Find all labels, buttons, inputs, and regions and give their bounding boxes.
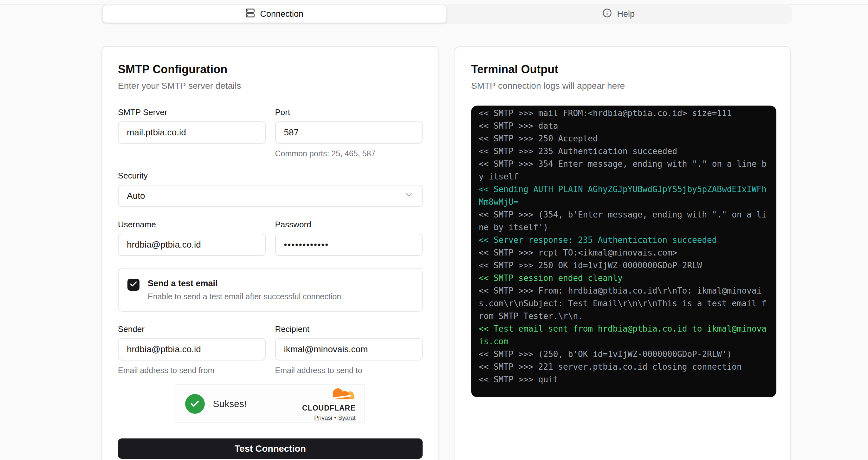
username-input[interactable]: [118, 234, 266, 256]
terminal-log-line: << SMTP >>> rcpt TO:<ikmal@minovais.com>: [479, 246, 767, 259]
terminal-log-line: << SMTP >>> quit: [479, 373, 767, 386]
port-label: Port: [275, 108, 423, 117]
info-icon: [602, 8, 612, 20]
terminal-card-subtitle: SMTP connection logs will appear here: [471, 80, 774, 92]
sender-input[interactable]: [118, 338, 266, 361]
password-input[interactable]: [275, 234, 423, 256]
terminal-log-line: << SMTP >>> data: [479, 120, 767, 132]
turnstile-terms-link[interactable]: Syarat: [338, 415, 356, 421]
smtp-form: SMTP Server Port Common ports: 25, 465, …: [118, 108, 423, 459]
card-title: SMTP Configuration: [118, 62, 423, 76]
check-icon: [129, 280, 137, 289]
username-label: Username: [118, 220, 266, 229]
success-check-icon: [185, 394, 205, 414]
terminal-output-card: Terminal Output SMTP connection logs wil…: [455, 46, 790, 460]
terminal-log-line: << SMTP session ended cleanly: [479, 272, 767, 284]
security-label: Security: [118, 171, 423, 180]
smtp-server-input[interactable]: [118, 121, 266, 144]
tab-help-label: Help: [617, 9, 635, 19]
terminal-output[interactable]: << SMTP >>> mail FROM:<hrdbia@ptbia.co.i…: [471, 105, 776, 397]
send-test-email-label: Send a test email: [148, 278, 341, 289]
security-select[interactable]: Auto: [118, 185, 423, 207]
terminal-log-line: << SMTP >>> 354 Enter message, ending wi…: [479, 158, 767, 183]
server-icon: [245, 8, 255, 20]
smtp-server-label: SMTP Server: [118, 108, 266, 117]
terminal-log: << SMTP >>> mail FROM:<hrdbia@ptbia.co.i…: [479, 107, 767, 386]
sender-label: Sender: [118, 324, 266, 334]
terminal-log-line: << SMTP >>> 250 Accepted: [479, 132, 767, 145]
cloudflare-turnstile-widget: Sukses! CLOUDFLARE Privasi•Syarat: [176, 385, 365, 423]
port-hint: Common ports: 25, 465, 587: [275, 149, 423, 158]
terminal-log-line: << SMTP >>> (354, b'Enter message, endin…: [479, 208, 767, 234]
security-selected-value: Auto: [127, 191, 145, 201]
tab-connection-label: Connection: [260, 9, 303, 19]
send-test-email-description: Enable to send a test email after succes…: [148, 292, 341, 302]
smtp-configuration-card: SMTP Configuration Enter your SMTP serve…: [101, 46, 439, 460]
password-label: Password: [275, 220, 423, 229]
terminal-log-line: << SMTP >>> 221 server.ptbia.co.id closi…: [479, 361, 767, 373]
send-test-email-checkbox[interactable]: [127, 279, 140, 291]
terminal-log-line: << Sending AUTH PLAIN AGhyZGJpYUBwdGJpYS…: [479, 183, 767, 208]
test-connection-button[interactable]: Test Connection: [118, 438, 423, 459]
terminal-card-title: Terminal Output: [471, 62, 774, 76]
terminal-log-line: << SMTP >>> 235 Authentication succeeded: [479, 145, 767, 158]
tab-help[interactable]: Help: [447, 5, 791, 23]
card-subtitle: Enter your SMTP server details: [118, 80, 423, 92]
tab-connection[interactable]: Connection: [102, 5, 447, 23]
turnstile-privacy-link[interactable]: Privasi: [314, 415, 332, 421]
cloudflare-brand-label: CLOUDFLARE: [302, 404, 355, 412]
recipient-hint: Email address to send to: [275, 366, 423, 375]
terminal-log-line: << SMTP >>> 250 OK id=1vIjWZ-0000000GDoP…: [479, 259, 767, 272]
cloudflare-logo-icon: [329, 387, 356, 403]
sender-hint: Email address to send from: [118, 366, 266, 375]
port-input[interactable]: [275, 121, 423, 144]
chevron-down-icon: [404, 190, 414, 202]
links-separator: •: [334, 415, 336, 421]
terminal-log-line: << Test email sent from hrdbia@ptbia.co.…: [479, 323, 767, 348]
terminal-log-line: << SMTP >>> mail FROM:<hrdbia@ptbia.co.i…: [479, 107, 767, 120]
terminal-log-line: << Server response: 235 Authentication s…: [479, 234, 767, 246]
terminal-log-line: << SMTP >>> From: hrdbia@ptbia.co.id\r\n…: [479, 284, 767, 323]
terminal-log-line: << SMTP >>> (250, b'OK id=1vIjWZ-0000000…: [479, 348, 767, 361]
tab-bar: Connection Help: [101, 4, 792, 24]
turnstile-status: Sukses!: [213, 398, 247, 409]
recipient-label: Recipient: [275, 324, 423, 334]
recipient-input[interactable]: [275, 338, 423, 361]
send-test-email-panel: Send a test email Enable to send a test …: [118, 268, 423, 312]
